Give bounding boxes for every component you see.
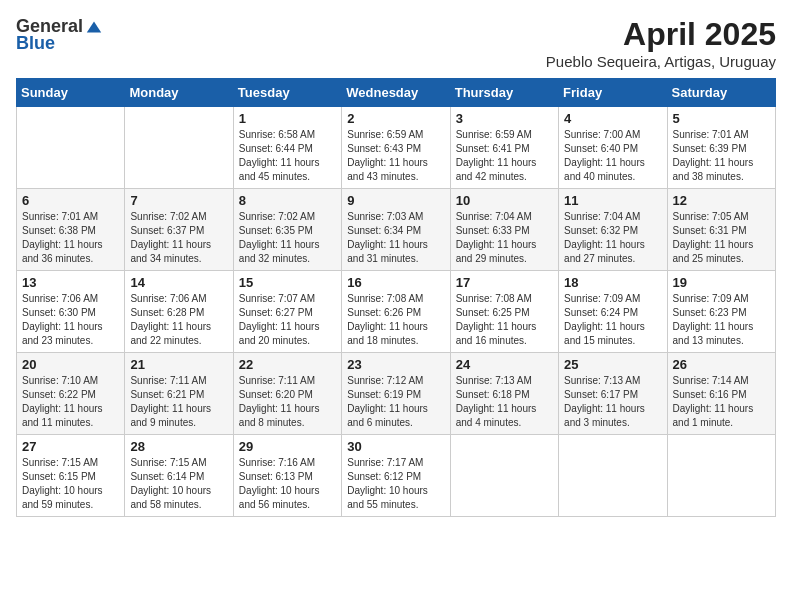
day-info: Sunrise: 7:16 AM Sunset: 6:13 PM Dayligh… [239,456,336,512]
calendar-cell: 19Sunrise: 7:09 AM Sunset: 6:23 PM Dayli… [667,271,775,353]
column-header-tuesday: Tuesday [233,79,341,107]
day-info: Sunrise: 7:03 AM Sunset: 6:34 PM Dayligh… [347,210,444,266]
day-number: 26 [673,357,770,372]
day-number: 9 [347,193,444,208]
calendar-week-row: 20Sunrise: 7:10 AM Sunset: 6:22 PM Dayli… [17,353,776,435]
calendar-week-row: 1Sunrise: 6:58 AM Sunset: 6:44 PM Daylig… [17,107,776,189]
day-number: 29 [239,439,336,454]
calendar-cell: 29Sunrise: 7:16 AM Sunset: 6:13 PM Dayli… [233,435,341,517]
calendar-cell: 13Sunrise: 7:06 AM Sunset: 6:30 PM Dayli… [17,271,125,353]
day-info: Sunrise: 7:04 AM Sunset: 6:32 PM Dayligh… [564,210,661,266]
calendar-cell: 24Sunrise: 7:13 AM Sunset: 6:18 PM Dayli… [450,353,558,435]
header: General Blue April 2025 Pueblo Sequeira,… [16,16,776,70]
column-header-monday: Monday [125,79,233,107]
day-number: 10 [456,193,553,208]
day-number: 25 [564,357,661,372]
day-number: 11 [564,193,661,208]
day-info: Sunrise: 7:05 AM Sunset: 6:31 PM Dayligh… [673,210,770,266]
day-number: 13 [22,275,119,290]
day-info: Sunrise: 7:15 AM Sunset: 6:15 PM Dayligh… [22,456,119,512]
day-number: 20 [22,357,119,372]
calendar-cell: 16Sunrise: 7:08 AM Sunset: 6:26 PM Dayli… [342,271,450,353]
calendar-cell: 9Sunrise: 7:03 AM Sunset: 6:34 PM Daylig… [342,189,450,271]
calendar-cell: 5Sunrise: 7:01 AM Sunset: 6:39 PM Daylig… [667,107,775,189]
day-number: 19 [673,275,770,290]
day-info: Sunrise: 7:04 AM Sunset: 6:33 PM Dayligh… [456,210,553,266]
day-info: Sunrise: 6:59 AM Sunset: 6:43 PM Dayligh… [347,128,444,184]
day-info: Sunrise: 7:07 AM Sunset: 6:27 PM Dayligh… [239,292,336,348]
calendar-cell: 11Sunrise: 7:04 AM Sunset: 6:32 PM Dayli… [559,189,667,271]
day-info: Sunrise: 7:08 AM Sunset: 6:25 PM Dayligh… [456,292,553,348]
calendar-cell: 25Sunrise: 7:13 AM Sunset: 6:17 PM Dayli… [559,353,667,435]
day-info: Sunrise: 7:12 AM Sunset: 6:19 PM Dayligh… [347,374,444,430]
calendar-cell: 2Sunrise: 6:59 AM Sunset: 6:43 PM Daylig… [342,107,450,189]
calendar-cell [559,435,667,517]
day-info: Sunrise: 7:09 AM Sunset: 6:23 PM Dayligh… [673,292,770,348]
day-number: 18 [564,275,661,290]
calendar-cell: 7Sunrise: 7:02 AM Sunset: 6:37 PM Daylig… [125,189,233,271]
day-info: Sunrise: 6:58 AM Sunset: 6:44 PM Dayligh… [239,128,336,184]
day-info: Sunrise: 7:13 AM Sunset: 6:18 PM Dayligh… [456,374,553,430]
location-subtitle: Pueblo Sequeira, Artigas, Uruguay [546,53,776,70]
calendar-cell: 8Sunrise: 7:02 AM Sunset: 6:35 PM Daylig… [233,189,341,271]
day-info: Sunrise: 7:11 AM Sunset: 6:21 PM Dayligh… [130,374,227,430]
calendar-week-row: 6Sunrise: 7:01 AM Sunset: 6:38 PM Daylig… [17,189,776,271]
column-header-sunday: Sunday [17,79,125,107]
title-block: April 2025 Pueblo Sequeira, Artigas, Uru… [546,16,776,70]
day-number: 21 [130,357,227,372]
calendar-header-row: SundayMondayTuesdayWednesdayThursdayFrid… [17,79,776,107]
day-number: 3 [456,111,553,126]
day-number: 1 [239,111,336,126]
column-header-thursday: Thursday [450,79,558,107]
calendar-cell: 17Sunrise: 7:08 AM Sunset: 6:25 PM Dayli… [450,271,558,353]
day-info: Sunrise: 7:01 AM Sunset: 6:38 PM Dayligh… [22,210,119,266]
column-header-wednesday: Wednesday [342,79,450,107]
day-info: Sunrise: 7:09 AM Sunset: 6:24 PM Dayligh… [564,292,661,348]
day-number: 4 [564,111,661,126]
calendar-week-row: 27Sunrise: 7:15 AM Sunset: 6:15 PM Dayli… [17,435,776,517]
month-title: April 2025 [546,16,776,53]
calendar-cell: 15Sunrise: 7:07 AM Sunset: 6:27 PM Dayli… [233,271,341,353]
calendar-table: SundayMondayTuesdayWednesdayThursdayFrid… [16,78,776,517]
day-number: 2 [347,111,444,126]
day-info: Sunrise: 7:15 AM Sunset: 6:14 PM Dayligh… [130,456,227,512]
calendar-cell: 18Sunrise: 7:09 AM Sunset: 6:24 PM Dayli… [559,271,667,353]
logo-icon [85,18,103,36]
day-info: Sunrise: 7:02 AM Sunset: 6:35 PM Dayligh… [239,210,336,266]
calendar-cell: 6Sunrise: 7:01 AM Sunset: 6:38 PM Daylig… [17,189,125,271]
day-info: Sunrise: 6:59 AM Sunset: 6:41 PM Dayligh… [456,128,553,184]
calendar-cell: 1Sunrise: 6:58 AM Sunset: 6:44 PM Daylig… [233,107,341,189]
calendar-cell: 28Sunrise: 7:15 AM Sunset: 6:14 PM Dayli… [125,435,233,517]
day-info: Sunrise: 7:17 AM Sunset: 6:12 PM Dayligh… [347,456,444,512]
day-number: 28 [130,439,227,454]
calendar-cell: 10Sunrise: 7:04 AM Sunset: 6:33 PM Dayli… [450,189,558,271]
calendar-cell: 14Sunrise: 7:06 AM Sunset: 6:28 PM Dayli… [125,271,233,353]
day-number: 15 [239,275,336,290]
day-info: Sunrise: 7:01 AM Sunset: 6:39 PM Dayligh… [673,128,770,184]
calendar-cell [450,435,558,517]
day-info: Sunrise: 7:06 AM Sunset: 6:30 PM Dayligh… [22,292,119,348]
day-number: 23 [347,357,444,372]
calendar-cell [667,435,775,517]
day-number: 8 [239,193,336,208]
day-number: 30 [347,439,444,454]
day-number: 7 [130,193,227,208]
calendar-cell: 3Sunrise: 6:59 AM Sunset: 6:41 PM Daylig… [450,107,558,189]
column-header-friday: Friday [559,79,667,107]
svg-marker-0 [87,21,101,32]
day-number: 12 [673,193,770,208]
calendar-week-row: 13Sunrise: 7:06 AM Sunset: 6:30 PM Dayli… [17,271,776,353]
day-number: 6 [22,193,119,208]
calendar-cell: 26Sunrise: 7:14 AM Sunset: 6:16 PM Dayli… [667,353,775,435]
day-number: 5 [673,111,770,126]
calendar-cell: 30Sunrise: 7:17 AM Sunset: 6:12 PM Dayli… [342,435,450,517]
calendar-cell: 23Sunrise: 7:12 AM Sunset: 6:19 PM Dayli… [342,353,450,435]
day-number: 27 [22,439,119,454]
day-number: 24 [456,357,553,372]
calendar-cell: 22Sunrise: 7:11 AM Sunset: 6:20 PM Dayli… [233,353,341,435]
day-info: Sunrise: 7:13 AM Sunset: 6:17 PM Dayligh… [564,374,661,430]
calendar-cell [17,107,125,189]
logo: General Blue [16,16,103,54]
day-number: 22 [239,357,336,372]
calendar-cell: 4Sunrise: 7:00 AM Sunset: 6:40 PM Daylig… [559,107,667,189]
